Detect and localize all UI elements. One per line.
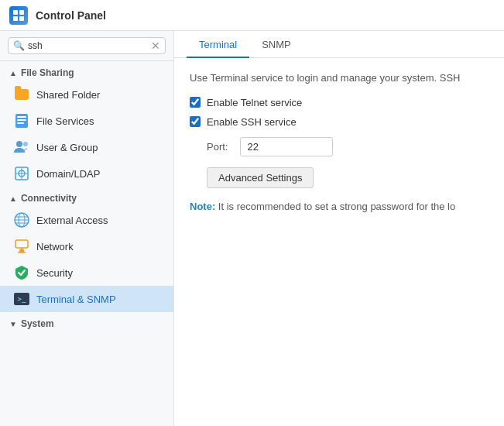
search-inner: 🔍 ✕ — [8, 37, 166, 54]
sidebar-item-user-group[interactable]: User & Group — [0, 134, 173, 160]
sidebar-item-external-access-label: External Access — [36, 215, 108, 226]
enable-telnet-row: Enable Telnet service — [190, 97, 489, 108]
port-row: Port: — [207, 137, 489, 156]
sidebar-item-terminal-snmp-label: Terminal & SNMP — [36, 294, 116, 305]
sidebar-item-shared-folder[interactable]: Shared Folder — [0, 81, 173, 108]
user-group-icon — [14, 139, 29, 155]
search-input[interactable] — [28, 40, 151, 51]
svg-rect-0 — [13, 10, 18, 15]
note-label: Note: — [190, 201, 215, 212]
app-header: Control Panel — [0, 0, 504, 31]
sidebar-item-security-label: Security — [36, 267, 73, 279]
section-connectivity-label: Connectivity — [21, 193, 77, 204]
section-file-sharing[interactable]: ▲ File Sharing — [0, 61, 173, 81]
tab-snmp[interactable]: SNMP — [249, 31, 303, 58]
note-row: Note: It is recommended to set a strong … — [190, 201, 489, 212]
content-body: Use Terminal service to login and manage… — [174, 58, 504, 426]
svg-rect-2 — [13, 16, 18, 21]
port-input[interactable] — [240, 137, 333, 156]
chevron-down-icon: ▲ — [9, 69, 17, 77]
sidebar-item-domain-ldap[interactable]: Domain/LDAP — [0, 160, 173, 187]
folder-icon — [14, 87, 29, 102]
enable-ssh-label: Enable SSH service — [207, 116, 297, 128]
search-clear-icon[interactable]: ✕ — [151, 40, 160, 51]
section-file-sharing-label: File Sharing — [21, 67, 74, 78]
search-icon: 🔍 — [13, 40, 25, 51]
main-layout: 🔍 ✕ ▲ File Sharing Shared Folder — [0, 31, 504, 426]
enable-ssh-row: Enable SSH service — [190, 116, 489, 128]
description-text: Use Terminal service to login and manage… — [190, 70, 489, 86]
terminal-icon: >_ — [14, 291, 29, 307]
security-icon — [14, 265, 29, 280]
tab-bar: Terminal SNMP — [174, 31, 504, 58]
tab-terminal[interactable]: Terminal — [187, 31, 249, 58]
sidebar-item-terminal-snmp[interactable]: >_ Terminal & SNMP — [0, 286, 173, 312]
sidebar-item-security[interactable]: Security — [0, 259, 173, 286]
svg-point-4 — [16, 141, 22, 147]
sidebar-item-domain-ldap-label: Domain/LDAP — [36, 168, 100, 180]
advanced-settings-button[interactable]: Advanced Settings — [207, 167, 314, 188]
sidebar-item-user-group-label: User & Group — [36, 142, 98, 153]
svg-rect-3 — [19, 16, 24, 21]
domain-icon — [14, 166, 29, 181]
chevron-right-icon: ▼ — [9, 320, 17, 328]
note-text: It is recommended to set a strong passwo… — [218, 201, 455, 212]
enable-telnet-checkbox[interactable] — [190, 97, 201, 108]
enable-ssh-checkbox[interactable] — [190, 116, 201, 127]
header-title: Control Panel — [36, 9, 106, 22]
sidebar: 🔍 ✕ ▲ File Sharing Shared Folder — [0, 31, 174, 426]
search-box: 🔍 ✕ — [0, 31, 173, 61]
chevron-down-icon-2: ▲ — [9, 194, 17, 203]
network-icon — [14, 239, 29, 254]
section-connectivity[interactable]: ▲ Connectivity — [0, 187, 173, 207]
sidebar-item-network[interactable]: Network — [0, 233, 173, 259]
section-system-label: System — [21, 318, 54, 329]
svg-rect-15 — [15, 240, 28, 248]
section-system[interactable]: ▼ System — [0, 312, 173, 332]
svg-point-5 — [23, 142, 28, 146]
enable-telnet-label: Enable Telnet service — [207, 97, 302, 108]
file-services-icon — [14, 113, 29, 129]
app-icon — [9, 6, 28, 25]
sidebar-item-external-access[interactable]: External Access — [0, 207, 173, 233]
sidebar-item-file-services[interactable]: File Services — [0, 108, 173, 134]
sidebar-item-file-services-label: File Services — [36, 115, 94, 127]
svg-rect-1 — [19, 10, 24, 15]
port-label: Port: — [207, 141, 228, 153]
content-area: Terminal SNMP Use Terminal service to lo… — [174, 31, 504, 426]
sidebar-item-shared-folder-label: Shared Folder — [36, 89, 100, 101]
sidebar-item-network-label: Network — [36, 241, 74, 253]
external-access-icon — [14, 212, 29, 228]
